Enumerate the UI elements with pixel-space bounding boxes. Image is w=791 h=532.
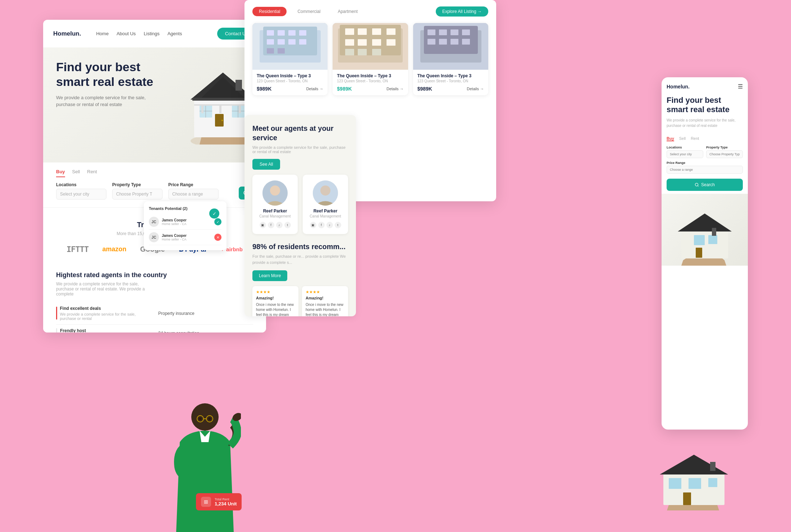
tab-commercial[interactable]: Commercial xyxy=(291,7,327,16)
mobile-locations-input[interactable] xyxy=(667,150,703,158)
instagram-icon[interactable]: ▣ xyxy=(260,222,266,228)
mobile-search-button[interactable]: Search xyxy=(667,179,743,191)
svg-point-58 xyxy=(270,185,280,196)
svg-rect-80 xyxy=(683,492,691,505)
total-rent-badge: ⊞ Total Rent 1,234 Unit xyxy=(196,493,242,510)
svg-rect-37 xyxy=(372,28,381,35)
svg-rect-35 xyxy=(345,28,354,35)
tab-apartment[interactable]: Apartment xyxy=(331,7,364,16)
nav-about[interactable]: About Us xyxy=(116,31,136,36)
svg-rect-81 xyxy=(710,462,715,471)
rent-label: Total Rent xyxy=(215,497,237,501)
details-btn-2[interactable]: Details → xyxy=(387,87,404,91)
tab-rent[interactable]: Rent xyxy=(87,169,97,177)
instagram-icon-2[interactable]: ▣ xyxy=(310,222,316,228)
explore-all-button[interactable]: Explore All Listing → xyxy=(436,6,488,17)
property-price-2: $989K xyxy=(337,86,352,92)
price-range-group: Price Range Choose a range xyxy=(168,182,219,200)
property-name-1: The Queen Inside – Type 3 xyxy=(257,73,323,78)
details-btn-1[interactable]: Details → xyxy=(306,87,324,91)
mobile-tab-buy[interactable]: Buy xyxy=(667,136,674,141)
mobile-hero-subtitle: We provide a complete service for the sa… xyxy=(667,118,743,128)
mobile-tab-rent[interactable]: Rent xyxy=(691,136,699,141)
agent-role-2: Canal Management xyxy=(306,214,344,218)
recommend-text: 98% of residents recomm... xyxy=(252,242,348,251)
svg-point-72 xyxy=(199,417,202,420)
mobile-price-label: Price Range xyxy=(667,161,743,165)
facebook-icon-2[interactable]: f xyxy=(318,222,325,228)
mobile-price-input[interactable] xyxy=(667,166,743,174)
feature-right-2: 24 hours consultation xyxy=(158,331,199,332)
property-address-2: 123 Queen Street - Toronto, ON xyxy=(337,79,403,83)
testimonial-text-1: Once i move to the new home with Homelun… xyxy=(256,302,295,316)
agent-profiles: Reef Parker Canal Management ▣ f ♪ t Ree… xyxy=(244,175,356,234)
svg-point-12 xyxy=(221,120,223,121)
property-type-select[interactable]: Choose Property Type xyxy=(112,189,163,200)
property-img-1 xyxy=(252,23,328,70)
price-range-label: Price Range xyxy=(168,182,219,187)
tab-residential[interactable]: Residential xyxy=(252,7,287,16)
svg-rect-79 xyxy=(708,478,717,487)
feature-list: Find excellent deals We provide a comple… xyxy=(56,302,253,332)
svg-rect-45 xyxy=(372,49,381,55)
tenant-name-1: James Cooper xyxy=(162,218,211,222)
svg-rect-50 xyxy=(439,29,447,35)
agent-card-1: Reef Parker Canal Management ▣ f ♪ t xyxy=(252,175,298,234)
details-btn-3[interactable]: Details → xyxy=(467,87,484,91)
main-card: Homelun. Home About Us Listings Agents C… xyxy=(43,20,266,332)
tab-sell[interactable]: Sell xyxy=(72,169,80,177)
tiktok-icon-2[interactable]: ♪ xyxy=(326,222,333,228)
mobile-property-type-input[interactable] xyxy=(706,150,743,158)
svg-rect-51 xyxy=(451,29,458,35)
svg-rect-39 xyxy=(345,39,354,46)
price-range-select[interactable]: Choose a range xyxy=(168,189,219,200)
property-card-1: The Queen Inside – Type 3 123 Queen Stre… xyxy=(252,23,328,95)
mobile-locations-label: Locations xyxy=(667,146,703,149)
property-name-2: The Queen Inside – Type 3 xyxy=(337,73,403,78)
tiktok-icon[interactable]: ♪ xyxy=(276,222,283,228)
svg-rect-54 xyxy=(439,39,447,45)
nav-links: Home About Us Listings Agents xyxy=(96,31,182,36)
twitter-icon[interactable]: t xyxy=(284,222,291,228)
svg-rect-29 xyxy=(299,39,306,45)
svg-rect-67 xyxy=(712,228,716,236)
property-name-3: The Queen Inside – Type 3 xyxy=(417,73,484,78)
mobile-property-type-group: Property Type xyxy=(706,146,743,158)
property-type-label: Property Type xyxy=(112,182,163,187)
see-all-button[interactable]: See All xyxy=(252,159,280,170)
nav-listings[interactable]: Listings xyxy=(144,31,160,36)
logo: Homelun. xyxy=(53,30,81,37)
brand-ifttt: IFTTT xyxy=(67,245,88,254)
brand-amazon: amazon xyxy=(102,246,126,253)
locations-label: Locations xyxy=(56,182,106,187)
property-grid: The Queen Inside – Type 3 123 Queen Stre… xyxy=(244,23,496,102)
learn-more-button[interactable]: Learn More xyxy=(252,270,287,281)
svg-rect-41 xyxy=(372,39,381,46)
agents-card: Meet our agents at your service We provi… xyxy=(244,115,356,316)
locations-select[interactable]: Select your city xyxy=(56,189,106,200)
svg-rect-56 xyxy=(462,39,470,45)
svg-rect-66 xyxy=(696,248,702,258)
feature-desc-1: We provide a complete service for the sa… xyxy=(60,312,151,321)
mobile-tab-sell[interactable]: Sell xyxy=(679,136,686,141)
nav-home[interactable]: Home xyxy=(96,31,109,36)
facebook-icon[interactable]: f xyxy=(268,222,274,228)
svg-point-68 xyxy=(191,403,219,431)
agents-section-subtitle: We provide a complete service for the sa… xyxy=(56,281,150,297)
property-address-1: 123 Queen Street - Toronto, ON xyxy=(257,79,323,83)
recommend-section: 98% of residents recomm... For the sale,… xyxy=(244,234,356,281)
svg-rect-25 xyxy=(299,30,306,36)
property-card-2: The Queen Inside – Type 3 123 Queen Stre… xyxy=(333,23,408,95)
listings-tabs: Residential Commercial Apartment Explore… xyxy=(244,0,496,23)
mobile-logo: Homelun. xyxy=(667,84,690,90)
stars-2: ★★★★ xyxy=(306,290,344,294)
testimonial-1: ★★★★ Amazing! Once i move to the new hom… xyxy=(252,286,298,316)
hamburger-icon[interactable]: ☰ xyxy=(738,83,743,90)
svg-rect-15 xyxy=(201,104,204,113)
svg-rect-77 xyxy=(669,478,681,489)
tab-buy[interactable]: Buy xyxy=(56,169,65,177)
agents-house-image xyxy=(640,439,748,510)
svg-marker-76 xyxy=(660,455,728,474)
twitter-icon-2[interactable]: t xyxy=(335,222,341,228)
nav-agents[interactable]: Agents xyxy=(168,31,182,36)
